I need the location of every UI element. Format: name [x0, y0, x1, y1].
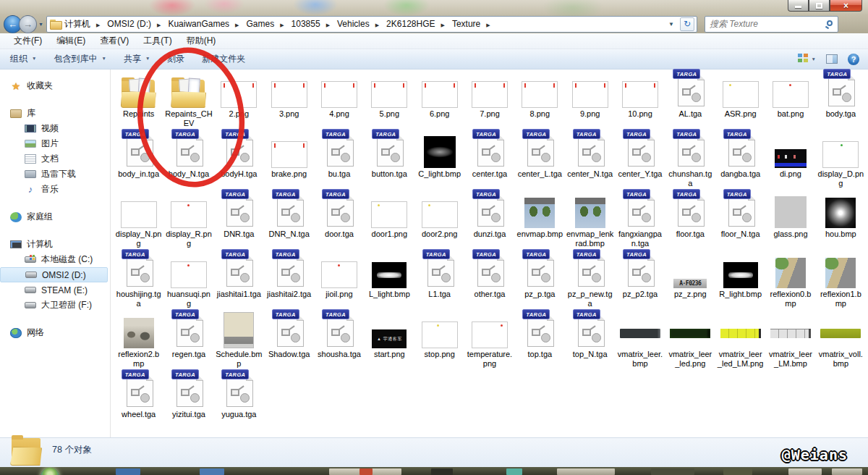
file-item[interactable]: TARGAcenter_Y.tga	[615, 130, 665, 190]
file-item[interactable]: 7.png	[464, 70, 514, 130]
file-item[interactable]: TARGApz_p.tga	[515, 251, 565, 311]
refresh-button[interactable]: ↻	[680, 17, 694, 31]
file-item[interactable]: Schedule.bmp	[214, 311, 264, 371]
file-item[interactable]: A·F0236pz_z.png	[665, 251, 715, 311]
file-item[interactable]: ▲ 宇通客车start.png	[365, 311, 414, 371]
file-item[interactable]: envmap.bmp	[515, 190, 565, 251]
file-item[interactable]: 6.png	[414, 70, 464, 130]
new-folder-button[interactable]: 新建文件夹	[195, 50, 252, 68]
taskbar-button[interactable]	[431, 468, 453, 475]
file-item[interactable]: di.png	[765, 130, 815, 190]
forward-button[interactable]: →	[19, 15, 37, 33]
taskbar-button[interactable]	[723, 468, 752, 475]
file-item[interactable]: 8.png	[515, 70, 565, 130]
sidebar-item-OMSI2 (D:)[interactable]: OMSI2 (D:)	[0, 267, 108, 282]
file-item[interactable]: TARGAdangba.tga	[715, 130, 765, 190]
file-item[interactable]: TARGAL1.tga	[414, 251, 464, 311]
start-button[interactable]	[41, 468, 59, 475]
taskbar-button[interactable]	[200, 468, 224, 475]
include-in-library-button[interactable]: 包含到库中	[46, 50, 113, 68]
file-item[interactable]: TARGAchunshan.tga	[665, 130, 715, 190]
file-item[interactable]: TARGAbutton.tga	[365, 130, 414, 190]
folder-item[interactable]: Repaints_CHEV	[163, 70, 213, 130]
file-item[interactable]: TARGAbody_N.tga	[163, 130, 213, 190]
file-item[interactable]: vmatrix_leer_LM.bmp	[765, 311, 815, 371]
address-dropdown-icon[interactable]: ▼	[668, 21, 674, 28]
breadcrumb-103855[interactable]: 103855	[290, 19, 336, 29]
file-item[interactable]: brake.png	[264, 130, 314, 190]
file-item[interactable]: TARGAShadow.tga	[264, 311, 314, 371]
maximize-button[interactable]	[809, 0, 830, 12]
taskbar-button[interactable]	[116, 468, 140, 475]
file-item[interactable]: reflexion1.bmp	[816, 251, 866, 311]
sidebar-item-音乐[interactable]: 音乐	[0, 182, 111, 197]
file-item[interactable]: 2.png	[214, 70, 264, 130]
file-item[interactable]: TARGAfangxiangpan.tga	[615, 190, 665, 251]
taskbar[interactable]	[0, 467, 868, 475]
folder-item[interactable]: Repaints	[114, 70, 163, 130]
file-item[interactable]: L_light.bmp	[365, 251, 414, 311]
file-item[interactable]: R_light.bmp	[715, 251, 765, 311]
file-item[interactable]: TARGAAL.tga	[665, 70, 715, 130]
file-item[interactable]: TARGAtop_N.tga	[565, 311, 615, 371]
taskbar-button[interactable]	[788, 468, 822, 475]
menu-view[interactable]: 查看(V)	[93, 33, 135, 49]
file-item[interactable]: TARGAcenter_L.tga	[515, 130, 565, 190]
file-item[interactable]: TARGAdoor.tga	[314, 190, 364, 251]
file-item[interactable]: display_D.png	[816, 130, 866, 190]
address-bar[interactable]: 计算机 OMSI2 (D:) KuaiwanGames Games 103855…	[46, 16, 697, 33]
breadcrumb-drive[interactable]: OMSI2 (D:)	[106, 19, 166, 29]
file-item[interactable]: TARGAjiashitai1.tga	[214, 251, 264, 311]
file-item[interactable]: ASR.png	[715, 70, 765, 130]
burn-button[interactable]: 刻录	[160, 50, 192, 68]
taskbar-button[interactable]	[359, 468, 373, 475]
breadcrumb-texture[interactable]: Texture	[451, 19, 496, 29]
preview-pane-button[interactable]	[826, 54, 838, 64]
file-item[interactable]: TARGAbodyH.tga	[214, 130, 264, 190]
file-item[interactable]: TARGAother.tga	[464, 251, 514, 311]
file-item[interactable]: TARGAcenter_N.tga	[565, 130, 615, 190]
breadcrumb-vehicles[interactable]: Vehicles	[336, 19, 385, 29]
file-item[interactable]: display_N.png	[114, 190, 163, 251]
file-item[interactable]: 3.png	[264, 70, 314, 130]
file-item[interactable]: TARGADNR.tga	[214, 190, 264, 251]
file-item[interactable]: TARGAbody.tga	[816, 70, 866, 130]
file-item[interactable]: TARGAyizitui.tga	[163, 371, 213, 431]
sidebar-item-迅雷下载[interactable]: 迅雷下载	[0, 167, 111, 182]
file-item[interactable]: stop.png	[414, 311, 464, 371]
close-button[interactable]: ×	[830, 0, 862, 12]
sidebar-item-大卫碧甜 (F:)[interactable]: 大卫碧甜 (F:)	[0, 298, 111, 313]
sidebar-item-库[interactable]: 库	[0, 106, 111, 121]
help-button[interactable]: ?	[848, 54, 859, 65]
file-item[interactable]: jioil.png	[314, 251, 364, 311]
file-item[interactable]: door2.png	[414, 190, 464, 251]
minimize-button[interactable]	[788, 0, 809, 12]
sidebar-item-网络[interactable]: 网络	[0, 325, 111, 340]
taskbar-button[interactable]	[832, 468, 862, 475]
share-button[interactable]: 共享	[116, 50, 157, 68]
organize-button[interactable]: 组织	[3, 50, 43, 68]
history-dropdown-icon[interactable]: ▼	[38, 22, 43, 27]
views-button[interactable]: ▼	[798, 54, 816, 65]
file-item[interactable]: glass.png	[765, 190, 815, 251]
file-item[interactable]: TARGAyugua.tga	[214, 371, 264, 431]
sidebar-item-STEAM (E:)[interactable]: STEAM (E:)	[0, 282, 111, 298]
taskbar-button[interactable]	[651, 468, 694, 475]
file-item[interactable]: vmatrix_voll.bmp	[816, 311, 866, 371]
file-item[interactable]: door1.png	[365, 190, 414, 251]
file-item[interactable]: 9.png	[565, 70, 615, 130]
file-item[interactable]: bat.png	[765, 70, 815, 130]
menu-help[interactable]: 帮助(H)	[180, 33, 223, 49]
file-item[interactable]: temperature.png	[464, 311, 514, 371]
file-item[interactable]: TARGApz_p2.tga	[615, 251, 665, 311]
file-item[interactable]: display_R.png	[163, 190, 213, 251]
search-box[interactable]: 搜索 Texture	[705, 16, 838, 33]
sidebar-item-文档[interactable]: 文档	[0, 151, 111, 167]
file-item[interactable]: hou.bmp	[816, 190, 866, 251]
taskbar-button[interactable]	[506, 468, 522, 475]
taskbar-button[interactable]	[557, 468, 615, 475]
file-item[interactable]: vmatrix_leer_led.png	[665, 311, 715, 371]
file-item[interactable]: TARGAbu.tga	[314, 130, 364, 190]
file-item[interactable]: 5.png	[365, 70, 414, 130]
file-item[interactable]: vmatrix_leer_led_LM.png	[715, 311, 765, 371]
